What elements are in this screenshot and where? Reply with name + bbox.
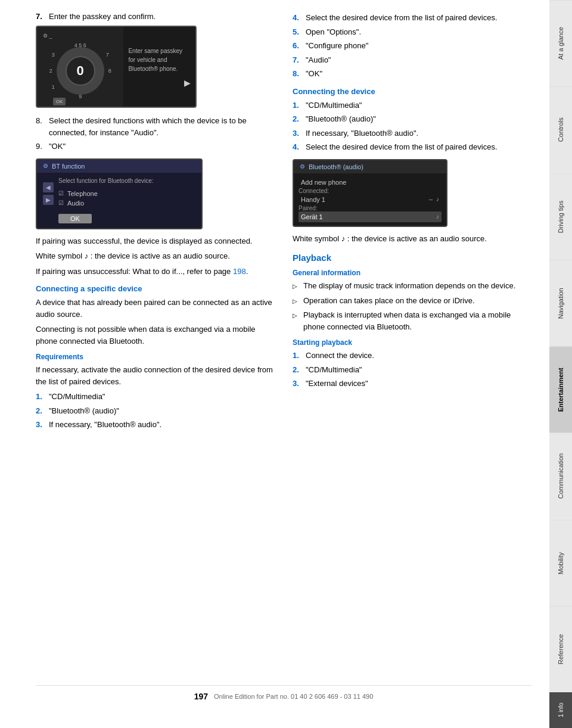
cd-step-4: 4. Select the desired device from the li…: [293, 141, 531, 153]
bta-gerat-icons: ♪: [436, 213, 439, 220]
general-info-heading: General information: [293, 269, 531, 277]
bta-music-icon-paired: ♪: [436, 213, 439, 220]
dial-outer-ring: 0: [57, 47, 104, 95]
sidebar-tab-navigation[interactable]: Navigation: [549, 260, 572, 346]
info-label: 1 info: [558, 703, 564, 717]
bt-function-screen: ⚙ BT function ◀ ▶ Select function for Bl…: [36, 158, 203, 229]
pairing-fail-prefix: If pairing was unsuccessful: What to do …: [36, 267, 233, 276]
bta-paired-device: Gerät 1 ♪: [299, 211, 442, 222]
top-step-8-text: "OK": [306, 68, 322, 80]
bta-bt-icon: ⚙: [300, 163, 305, 170]
connecting-specific-p2: Connecting is not possible when data is …: [36, 323, 275, 347]
bt-ok-button[interactable]: OK: [58, 214, 92, 223]
sidebar-tab-driving-tips[interactable]: Driving tips: [549, 173, 572, 260]
requirements-heading: Requirements: [36, 353, 275, 361]
cd-step-1: 1. "CD/Multimedia": [293, 99, 531, 111]
step-9: 9. "OK": [36, 141, 275, 153]
start-step-2: 2. "CD/Multimedia": [293, 364, 531, 376]
step-8: 8. Select the desired functions with whi…: [36, 115, 275, 138]
bullet-arrow-1: ▷: [293, 282, 300, 292]
pairing-success-text: If pairing was successful, the device is…: [36, 235, 275, 247]
bt-nav: ◀ ▶: [43, 182, 54, 205]
top-step-6: 6. "Configure phone": [293, 40, 531, 52]
cd-step-2-num: 2.: [293, 113, 302, 125]
start-step-2-text: "CD/Multimedia": [306, 364, 362, 376]
req-step-2: 2. "Bluetooth® (audio)": [36, 405, 275, 417]
bullet-2: ▷ Operation can takes place on the devic…: [293, 295, 531, 307]
passkey-instructions: Enter same passkey for vehicle and Bluet…: [123, 27, 195, 107]
sidebar-tab-entertainment[interactable]: Entertainment: [549, 346, 572, 433]
bta-header: ⚙ Bluetooth® (audio): [294, 160, 446, 173]
page-footer: 197 Online Edition for Part no. 01 40 2 …: [36, 685, 531, 704]
bta-body: Add new phone Connected: Handy 1 ↔ ♪ Pai…: [294, 173, 446, 226]
top-step-7-num: 7.: [293, 54, 302, 66]
bta-gerat-label: Gerät 1: [301, 213, 323, 220]
bt-nav-next[interactable]: ▶: [43, 195, 54, 205]
bt-title: BT function: [52, 163, 85, 170]
bta-sync-icon: ↔: [428, 196, 434, 203]
passkey-indicator: ⚙ _: [43, 33, 117, 39]
checkbox-telephone-icon: ☑: [58, 190, 64, 197]
step-8-text: Select the desired functions with which …: [49, 115, 275, 138]
bt-subtitle: Select function for Bluetooth device:: [58, 178, 195, 184]
bullet-1-text: The display of music track information d…: [303, 280, 515, 292]
sidebar-tab-mobility[interactable]: Mobility: [549, 519, 572, 606]
checkbox-audio-icon: ☑: [58, 200, 64, 206]
pairing-fail-page-link[interactable]: 198: [233, 267, 246, 276]
sidebar-tab-communication[interactable]: Communication: [549, 433, 572, 519]
bta-add-new: Add new phone: [299, 177, 442, 188]
footer-text: Online Edition for Part no. 01 40 2 606 …: [214, 693, 373, 700]
cd-step-4-text: Select the desired device from the list …: [306, 141, 498, 153]
bullet-1: ▷ The display of music track information…: [293, 280, 531, 292]
cd-step-3-num: 3.: [293, 127, 302, 139]
white-symbol-suffix-left: : the device is active as an audio sourc…: [88, 251, 230, 260]
white-symbol-label-left: White symbol: [36, 251, 82, 260]
top-steps-list: 4. Select the desired device from the li…: [293, 12, 531, 80]
top-step-5-num: 5.: [293, 26, 302, 38]
top-step-7-text: "Audio": [306, 54, 331, 66]
cd-step-1-text: "CD/Multimedia": [306, 99, 362, 111]
req-step-1: 1. "CD/Multimedia": [36, 391, 275, 403]
music-symbol-left: ♪: [82, 251, 88, 260]
bt-header: ⚙ BT function: [37, 160, 201, 173]
bt-body: ◀ ▶ Select function for Bluetooth device…: [37, 173, 201, 228]
cd-step-3-text: If necessary, "Bluetooth® audio".: [306, 127, 418, 139]
bt-nav-prev[interactable]: ◀: [43, 182, 54, 192]
start-step-1-text: Connect the device.: [306, 350, 374, 362]
starting-playback-heading: Starting playback: [293, 338, 531, 347]
sidebar-tab-controls[interactable]: Controls: [549, 86, 572, 173]
sidebar-tab-at-a-glance[interactable]: At a glance: [549, 0, 572, 86]
bt-content: Select function for Bluetooth device: ☑ …: [58, 178, 195, 223]
top-step-4-text: Select the desired device from the list …: [306, 12, 498, 24]
connecting-device-heading: Connecting the device: [293, 87, 531, 96]
passkey-ok-btn[interactable]: OK: [53, 98, 66, 105]
start-step-1: 1. Connect the device.: [293, 350, 531, 362]
bt-options: ☑ Telephone ☑ Audio: [58, 189, 195, 208]
white-symbol-suffix-right: : the device is active as an audio sourc…: [345, 234, 487, 243]
general-bullets-list: ▷ The display of music track information…: [293, 280, 531, 332]
bta-add-new-label: Add new phone: [301, 179, 346, 186]
white-symbol-label-right: White symbol: [293, 234, 339, 243]
cd-step-2-text: "Bluetooth® (audio)": [306, 113, 376, 125]
page-number: 197: [194, 692, 208, 701]
bt-icon: ⚙: [43, 163, 48, 169]
pairing-fail-text: If pairing was unsuccessful: What to do …: [36, 266, 275, 278]
cd-step-3: 3. If necessary, "Bluetooth® audio".: [293, 127, 531, 139]
dial-center: 0: [66, 56, 95, 86]
start-step-3-num: 3.: [293, 378, 302, 390]
sidebar-tab-reference[interactable]: Reference: [549, 606, 572, 692]
num-left-top: 3: [52, 52, 55, 58]
bta-title: Bluetooth® (audio): [309, 163, 363, 170]
passkey-screen: ⚙ _ 4 5 6 7 3 8 2 1 9: [36, 26, 197, 108]
top-step-5-text: Open "Options".: [306, 26, 361, 38]
cd-step-4-num: 4.: [293, 141, 302, 153]
music-symbol-right: ♪: [339, 234, 345, 243]
req-step-2-num: 2.: [36, 405, 45, 417]
bullet-arrow-2: ▷: [293, 297, 300, 307]
white-symbol-line-left: White symbol ♪ : the device is active as…: [36, 250, 275, 262]
sidebar-info-tab[interactable]: 1 info: [549, 692, 572, 728]
step-9-num: 9.: [36, 141, 45, 153]
top-step-4: 4. Select the desired device from the li…: [293, 12, 531, 24]
top-step-4-num: 4.: [293, 12, 302, 24]
step-7-text: Enter the passkey and confirm.: [49, 12, 156, 21]
